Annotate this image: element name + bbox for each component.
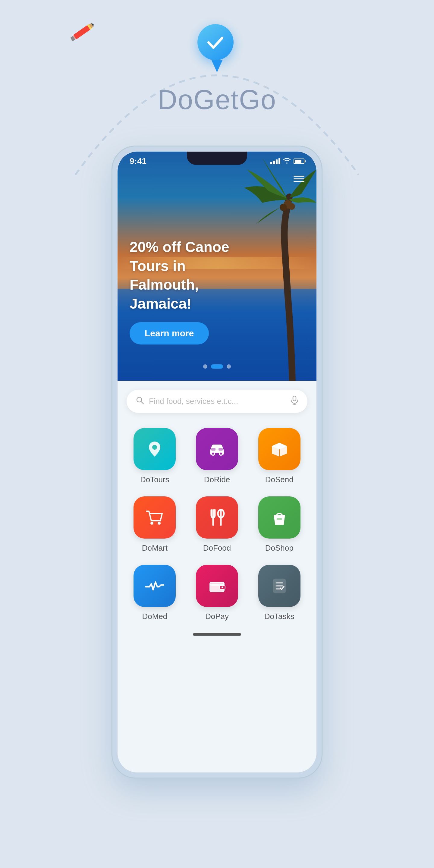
- cart-icon: [144, 507, 165, 528]
- heartbeat-icon: [144, 575, 165, 596]
- phone-notch: [187, 152, 247, 165]
- svg-point-7: [280, 204, 287, 211]
- box-icon: [269, 438, 290, 460]
- dotours-icon-bg: [133, 428, 176, 470]
- phone-screen: 9:41: [118, 152, 316, 772]
- doshop-icon-bg: [258, 496, 301, 538]
- dosend-label: DoSend: [265, 475, 293, 484]
- battery-icon: [293, 158, 304, 164]
- dotours-label: DoTours: [140, 475, 169, 484]
- mic-icon[interactable]: [290, 396, 299, 407]
- wifi-icon: [283, 157, 291, 165]
- hamburger-line-2: [293, 179, 304, 179]
- checkmark-icon: [206, 33, 225, 52]
- logo-circle: [197, 24, 234, 60]
- logo-container: [197, 24, 237, 72]
- hero-content: 20% off Canoe Tours in Falmouth, Jamaica…: [130, 238, 256, 344]
- app-title: DoGetGo: [158, 84, 276, 116]
- dot-3[interactable]: [227, 364, 231, 369]
- svg-rect-18: [218, 448, 223, 451]
- wallet-icon: [207, 575, 227, 596]
- signal-bars: [270, 158, 280, 164]
- dotasks-label: DoTasks: [264, 612, 294, 621]
- domed-icon-bg: [133, 565, 176, 607]
- hamburger-line-3: [293, 181, 304, 182]
- svg-point-22: [220, 453, 222, 455]
- car-icon: [207, 438, 227, 460]
- search-icon: [135, 396, 144, 407]
- dotasks-icon-bg: [258, 565, 301, 607]
- service-dotours[interactable]: DoTours: [130, 428, 180, 484]
- svg-point-16: [152, 445, 157, 450]
- domed-label: DoMed: [142, 612, 167, 621]
- hamburger-line-1: [293, 176, 304, 177]
- doride-icon-bg: [196, 428, 238, 470]
- status-time: 9:41: [130, 156, 147, 166]
- signal-bar-4: [278, 158, 280, 164]
- carousel-dots: [203, 364, 231, 369]
- status-icons: [270, 157, 304, 165]
- signal-bar-3: [276, 159, 278, 164]
- service-dopay[interactable]: DoPay: [192, 565, 242, 621]
- service-domart[interactable]: DoMart: [130, 496, 180, 553]
- hero-title: 20% off Canoe Tours in Falmouth, Jamaica…: [130, 238, 256, 313]
- fork-spoon-icon: [207, 507, 227, 528]
- dopay-icon-bg: [196, 565, 238, 607]
- doshop-label: DoShop: [265, 544, 293, 553]
- domart-label: DoMart: [142, 544, 167, 553]
- service-dosend[interactable]: DoSend: [254, 428, 304, 484]
- service-dotasks[interactable]: DoTasks: [254, 565, 304, 621]
- svg-rect-17: [211, 448, 216, 451]
- svg-point-8: [288, 203, 295, 210]
- hero-section: 9:41: [118, 152, 316, 381]
- dot-1[interactable]: [203, 364, 207, 369]
- dot-2-active[interactable]: [211, 364, 223, 369]
- search-input[interactable]: Find food, services e.t.c...: [149, 397, 286, 406]
- svg-point-24: [158, 522, 161, 525]
- location-pin-icon: [144, 438, 165, 460]
- home-indicator: [193, 633, 241, 636]
- dopay-label: DoPay: [205, 612, 229, 621]
- svg-rect-11: [293, 396, 296, 401]
- signal-bar-1: [270, 162, 272, 164]
- service-domed[interactable]: DoMed: [130, 565, 180, 621]
- search-bar[interactable]: Find food, services e.t.c...: [127, 390, 307, 413]
- service-doride[interactable]: DoRide: [192, 428, 242, 484]
- battery-fill: [295, 160, 301, 163]
- app-header: DoGetGo: [158, 24, 276, 116]
- svg-line-10: [141, 401, 144, 404]
- service-doshop[interactable]: DoShop: [254, 496, 304, 553]
- phone-frame: 9:41: [112, 146, 322, 778]
- dofood-label: DoFood: [203, 544, 231, 553]
- dosend-icon-bg: [258, 428, 301, 470]
- shopping-bag-icon: [269, 507, 290, 528]
- checklist-icon: [269, 575, 290, 596]
- svg-point-32: [221, 587, 223, 588]
- dofood-icon-bg: [196, 496, 238, 538]
- signal-bar-2: [273, 161, 275, 164]
- doride-label: DoRide: [204, 475, 230, 484]
- svg-point-20: [212, 453, 214, 455]
- services-grid: DoTours D: [118, 422, 316, 627]
- phone-mockup: 9:41: [112, 146, 322, 778]
- service-dofood[interactable]: DoFood: [192, 496, 242, 553]
- domart-icon-bg: [133, 496, 176, 538]
- hamburger-menu[interactable]: [293, 176, 304, 182]
- learn-more-button[interactable]: Learn more: [130, 322, 209, 344]
- svg-point-23: [150, 522, 153, 525]
